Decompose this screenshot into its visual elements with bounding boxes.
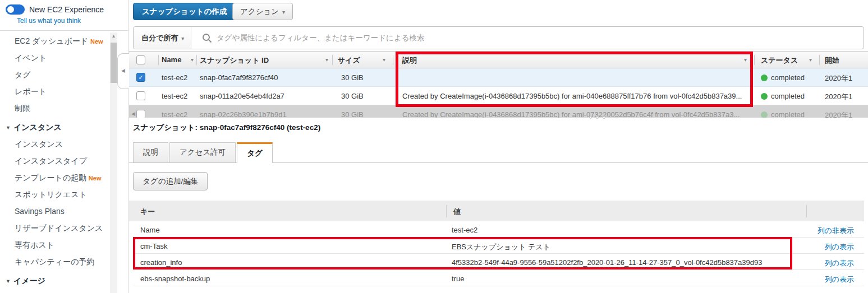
hscroll-left-icon[interactable]: ◀ [131, 111, 135, 117]
col-header-description[interactable]: 説明 [402, 55, 417, 66]
row-checkbox[interactable] [136, 110, 145, 118]
cell-start-date: 2020年1 [825, 110, 868, 118]
cell-description: Created by CreateImage(i-0436868d17395b5… [402, 110, 751, 118]
sidebar-item[interactable]: タグ [0, 66, 107, 83]
cell-status: completed [771, 92, 821, 100]
column-visibility-link[interactable]: 列の表示 [825, 275, 854, 285]
sidebar-item[interactable]: Savings Plans [0, 203, 107, 220]
sidebar-item[interactable]: 専有ホスト [0, 236, 107, 253]
column-visibility-link[interactable]: 列の表示 [825, 242, 854, 252]
sort-icon[interactable]: ▾ [809, 57, 812, 63]
scroll-up-icon[interactable]: ▲ [110, 34, 117, 39]
sidebar-item[interactable]: EC2 ダッシュボード New [0, 32, 107, 49]
col-header-name[interactable]: Name [162, 55, 181, 64]
sidebar-item[interactable]: イベント [0, 49, 107, 66]
col-header-size[interactable]: サイズ [338, 55, 360, 66]
sidebar-item[interactable]: インスタンスタイプ [0, 152, 107, 169]
chevron-down-icon: ▾ [282, 9, 285, 15]
col-header-snapshot-id[interactable]: スナップショット ID [200, 55, 269, 66]
new-experience-label: New EC2 Experience [29, 5, 104, 14]
sidebar-item[interactable]: スポットリクエスト [0, 186, 107, 203]
sidebar-nav: EC2 ダッシュボード Newイベントタグレポート制限▼インスタンスインスタンス… [0, 32, 107, 293]
sidebar-item-label: インスタンスタイプ [15, 156, 87, 165]
sidebar-section[interactable]: ▼インスタンス [0, 119, 107, 136]
sidebar-item[interactable]: テンプレートの起動 New [0, 169, 107, 186]
table-row[interactable]: ◀test-ec2snap-02c26b390e1b7b9d130 GiBCre… [129, 105, 868, 118]
row-checkbox[interactable]: ✓ [136, 73, 145, 82]
sort-icon[interactable]: ▾ [191, 57, 194, 63]
cell-size: 30 GiB [341, 92, 392, 100]
new-experience-toggle[interactable] [6, 4, 25, 15]
sidebar-item[interactable]: インスタンス [0, 136, 107, 152]
column-visibility-link[interactable]: 列の表示 [825, 258, 854, 268]
cell-status: completed [771, 110, 821, 118]
col-header-start[interactable]: 開始 [825, 55, 839, 66]
tag-key: ebs-snapshot-backup [140, 275, 443, 283]
select-all-checkbox[interactable] [136, 55, 145, 64]
detail-panel-title: スナップショット: snap-0fac7af9f8276cf40 (test-e… [133, 123, 320, 133]
sidebar-item[interactable]: キャパシティーの予約 [0, 253, 107, 270]
cell-size: 30 GiB [341, 110, 392, 118]
sidebar-item-label: タグ [15, 70, 31, 79]
tag-col-header-value: 値 [453, 207, 461, 217]
sidebar-divider [0, 30, 128, 31]
sidebar-item-label: テンプレートの起動 [15, 173, 86, 182]
sort-icon[interactable]: ▾ [325, 57, 328, 63]
sidebar-item-label: スポットリクエスト [15, 190, 87, 199]
col-header-status[interactable]: ステータス [761, 55, 798, 66]
actions-button[interactable]: アクション▾ [232, 3, 293, 20]
tag-row: cm-TaskEBSスナップショット テスト列の表示 [133, 238, 864, 254]
table-row[interactable]: test-ec2snap-011a20e54eb4fd2a730 GiBCrea… [129, 87, 868, 105]
sidebar-item-label: イメージ [13, 276, 45, 285]
tag-col-header-key: キー [140, 207, 155, 217]
column-visibility-link[interactable]: 列の非表示 [818, 226, 854, 236]
sidebar-item-label: 制限 [15, 104, 30, 113]
cell-description: Created by CreateImage(i-0436868d17395b5… [402, 92, 751, 100]
sidebar-item-label: インスタンス [13, 123, 62, 132]
table-row[interactable]: ✓test-ec2snap-0fac7af9f8276cf4030 GiBcom… [129, 68, 868, 87]
panel-resize-handle[interactable] [589, 116, 609, 119]
sort-icon[interactable]: ▾ [383, 57, 385, 63]
new-badge: New [89, 175, 102, 182]
detail-tabs: 説明アクセス許可タグ [133, 142, 274, 162]
status-ok-icon [761, 75, 768, 81]
snapshot-table: Name ▾ スナップショット ID ▾ サイズ ▾ 説明 ▾ ステータス ▾ … [129, 51, 868, 118]
search-input[interactable]: タグや属性によるフィルター、またはキーワードによる検索 [195, 27, 425, 49]
tag-row: ebs-snapshot-backuptrue列の表示 [133, 270, 864, 286]
owner-filter-dropdown[interactable]: 自分で所有▾ [134, 27, 191, 49]
row-checkbox[interactable] [136, 91, 145, 100]
section-caret-icon: ▼ [6, 125, 11, 131]
scrollbar-thumb[interactable] [111, 43, 117, 83]
sidebar-item[interactable]: 制限 [0, 100, 107, 117]
sidebar-item[interactable]: リザーブドインスタンス [0, 220, 107, 236]
create-snapshot-button[interactable]: スナップショットの作成 [133, 3, 236, 20]
sidebar: New EC2 Experience Tell us what you thin… [0, 0, 128, 293]
tag-value: 4f5332b2-549f-44a9-9556-59a51202f2fb_202… [452, 258, 800, 267]
new-badge: New [90, 38, 103, 45]
cell-snapshot-id: snap-02c26b390e1b7b9d1 [200, 110, 329, 118]
sidebar-item-label: 専有ホスト [15, 240, 54, 249]
feedback-link[interactable]: Tell us what you think [17, 17, 81, 25]
detail-tab[interactable]: 説明 [133, 142, 168, 162]
sidebar-item-label: リザーブドインスタンス [15, 224, 103, 232]
tag-value: true [452, 275, 800, 283]
tag-row: Nametest-ec2列の非表示 [133, 221, 864, 238]
sidebar-item[interactable]: レポート [0, 83, 107, 100]
owner-filter-label: 自分で所有 [141, 34, 178, 42]
sidebar-item-label: インスタンス [15, 139, 63, 148]
sidebar-item-label: レポート [15, 87, 47, 96]
sidebar-section[interactable]: ▼イメージ [0, 272, 107, 289]
tag-key: creation_info [140, 258, 443, 267]
sort-icon[interactable]: ▾ [744, 57, 747, 63]
add-edit-tags-button[interactable]: タグの追加/編集 [133, 172, 208, 190]
toggle-knob [7, 6, 14, 13]
sidebar-collapse-tab[interactable]: ◀ [117, 53, 129, 89]
detail-tab[interactable]: タグ [237, 142, 273, 163]
detail-tab[interactable]: アクセス許可 [169, 142, 236, 162]
cell-snapshot-id: snap-011a20e54eb4fd2a7 [200, 92, 329, 100]
new-experience-toggle-row: New EC2 Experience [6, 4, 104, 15]
status-ok-icon [761, 93, 768, 100]
collapse-left-icon: ◀ [121, 68, 125, 73]
sidebar-scrollbar[interactable]: ▲ [110, 32, 117, 293]
sidebar-item[interactable]: AMI [0, 289, 107, 293]
